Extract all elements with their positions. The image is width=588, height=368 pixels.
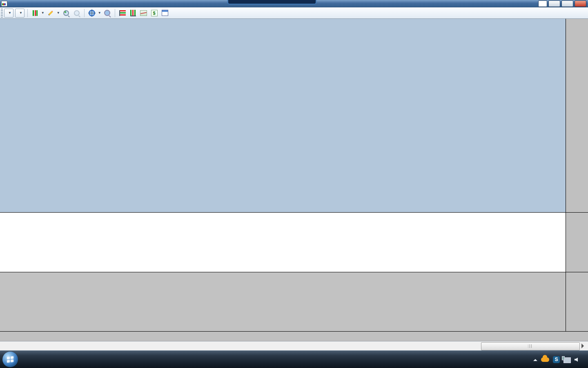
crosshair-button[interactable]: [87, 9, 96, 18]
zoom-out-icon: [74, 10, 80, 16]
scroll-right-arrow[interactable]: [581, 343, 586, 348]
magnifier-icon: [104, 10, 110, 16]
zoom-in-icon: [63, 10, 69, 16]
pencil-icon: [48, 10, 53, 16]
chart-window-icon: [1, 1, 7, 7]
restore-button[interactable]: [561, 0, 573, 7]
windows-logo-icon: [7, 356, 13, 363]
chevron-down-icon[interactable]: ▼: [41, 11, 45, 15]
kpmrange-panel[interactable]: [0, 212, 566, 272]
volume-bars-icon: [130, 10, 136, 16]
price-chart-panel[interactable]: [0, 19, 566, 212]
chart-toolbar: ▼ ▼ ▼ ▼ ▼ $: [0, 7, 588, 19]
kptrend2-panel[interactable]: [0, 272, 566, 331]
price-axis[interactable]: [566, 19, 588, 331]
toolbar-grip[interactable]: [1, 9, 3, 18]
toolbar-separator: [84, 9, 85, 17]
crosshair-icon: [89, 10, 95, 16]
ninjatrader-window: ▼ ▼ ▼ ▼ ▼ $: [0, 0, 588, 368]
show-hidden-icons-arrow[interactable]: [533, 357, 537, 361]
zoom-out-button[interactable]: [72, 9, 81, 18]
mini-chart-button[interactable]: [139, 9, 148, 18]
interval-selector[interactable]: ▼: [15, 9, 24, 18]
chevron-down-icon[interactable]: ▼: [98, 11, 101, 15]
background-window-tab: [227, 0, 316, 4]
time-axis[interactable]: [0, 331, 588, 341]
volume-tray-icon[interactable]: [575, 358, 578, 362]
kpmrange-canvas: [0, 213, 566, 272]
horizontal-bars-button[interactable]: [118, 9, 127, 18]
properties-button[interactable]: [160, 9, 169, 18]
kptrend2-canvas: [0, 272, 566, 331]
chart-style-button[interactable]: [31, 9, 40, 18]
properties-icon: [162, 10, 168, 16]
toolbar-separator: [115, 9, 115, 17]
chevron-down-icon: ▼: [8, 11, 11, 15]
zoom-in-button[interactable]: [62, 9, 71, 18]
watermark: [388, 59, 547, 60]
candlestick-icon: [32, 10, 38, 16]
system-tray: S: [530, 351, 588, 368]
axis-divider: [566, 272, 588, 272]
toolbar-separator: [27, 9, 28, 17]
lock-button[interactable]: [538, 0, 547, 7]
horizontal-scrollbar[interactable]: [0, 341, 588, 350]
windows-taskbar: S: [0, 350, 588, 368]
data-box-button[interactable]: [103, 9, 112, 18]
start-button[interactable]: [2, 352, 18, 367]
price-chart-canvas[interactable]: [0, 19, 566, 212]
network-tray-icon[interactable]: [564, 357, 571, 363]
account-button[interactable]: $: [150, 9, 159, 18]
chevron-down-icon[interactable]: ▼: [57, 11, 60, 15]
instrument-selector[interactable]: ▼: [4, 9, 13, 18]
axis-divider: [566, 212, 588, 213]
dollar-icon: $: [151, 10, 158, 16]
drawing-tools-button[interactable]: [46, 9, 55, 18]
close-button[interactable]: [575, 0, 586, 7]
scrollbar-thumb[interactable]: [481, 342, 580, 350]
cloud-tray-icon[interactable]: [541, 357, 549, 362]
chevron-down-icon: ▼: [19, 11, 22, 15]
market-depth-icon: [119, 10, 126, 16]
minimize-button[interactable]: [548, 0, 560, 7]
mini-chart-icon: [140, 10, 147, 16]
skype-tray-icon[interactable]: S: [553, 356, 560, 363]
vertical-bars-button[interactable]: [129, 9, 138, 18]
